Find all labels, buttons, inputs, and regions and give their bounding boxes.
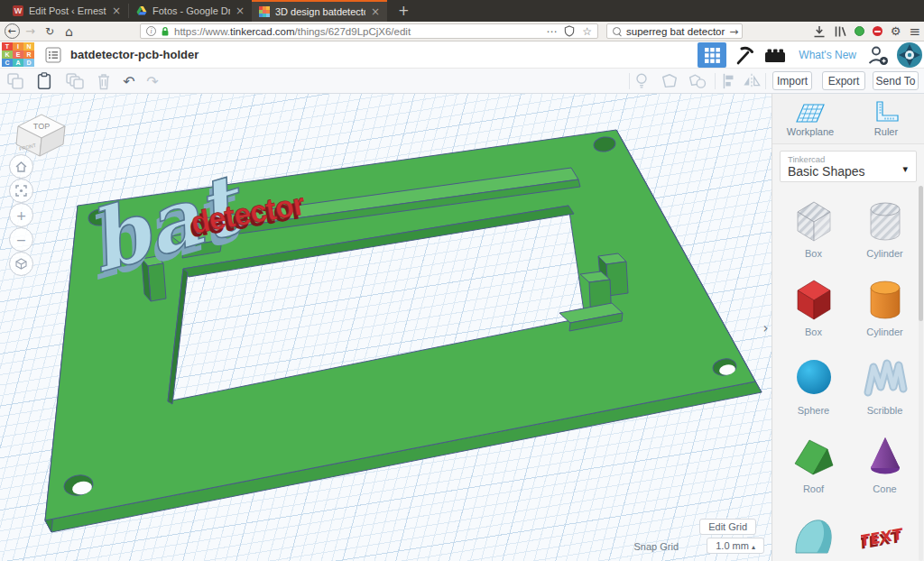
tab-edit-post[interactable]: W Edit Post ‹ Ernest Neijen × [5,0,128,22]
new-tab-button[interactable]: + [387,0,420,22]
tab-google-drive[interactable]: Fotos - Google Drive × [129,0,252,22]
shapes-panel: Workplane Ruler Tinkercad Basic Shapes ▾ [772,94,924,561]
browser-action-icons: ⚙ ≡ [813,22,920,41]
shape-sphere[interactable]: Sphere [778,347,849,426]
zoom-in-button[interactable]: + [9,203,33,227]
copy-icon[interactable] [5,72,25,90]
collection-source: Tinkercad [788,154,909,164]
avatar[interactable] [897,42,922,68]
view-cube[interactable]: TOP FRONT [5,99,69,162]
reload-button[interactable]: ↻ [45,22,54,41]
fit-view-button[interactable] [9,179,33,203]
extension-green-icon[interactable] [855,26,864,36]
snap-grid-caret-icon: ▴ [752,543,755,551]
mirror-icon[interactable] [742,72,762,90]
import-button[interactable]: Import [772,71,812,90]
paste-icon[interactable] [34,72,54,90]
starters-row: Workplane Ruler [772,94,924,144]
wordpress-favicon: W [13,5,23,16]
invite-button[interactable] [867,44,889,66]
url-text: https://www.tinkercad.com/things/627d9Lp… [174,26,541,37]
group-icon[interactable] [660,72,679,90]
search-input[interactable]: superreg bat detector [626,26,725,37]
panel-scrollbar[interactable] [919,186,923,561]
logo-cell: A [13,59,23,67]
tracking-shield-icon[interactable] [564,25,575,37]
shape-roof[interactable]: Roof [778,426,849,504]
undo-button[interactable]: ↶ [119,72,139,90]
panel-collapse-handle[interactable]: › [760,317,772,340]
back-icon: ← [5,23,20,39]
url-bar[interactable]: i https://www.tinkercad.com/things/627d9… [140,23,598,39]
add-person-icon [867,44,889,66]
shape-hole-box[interactable]: Box [778,190,849,269]
logo-cell: N [23,42,34,51]
shape-dome[interactable] [778,504,849,561]
shape-orange-cylinder[interactable]: Cylinder [849,269,920,347]
send-to-button[interactable]: Send To [873,71,919,90]
pickaxe-icon [734,44,755,66]
perspective-toggle-button[interactable] [9,252,33,276]
logo-cell: R [23,51,34,59]
shape-collection-select[interactable]: Tinkercad Basic Shapes ▾ [780,151,917,182]
panel-scrollbar-thumb[interactable] [919,186,923,321]
shape-hole-cylinder[interactable]: Cylinder [849,190,920,269]
tab-title: Fotos - Google Drive [152,5,230,16]
tab-close-icon[interactable]: × [236,5,245,17]
logo-cell: E [13,51,23,59]
brick-export-button[interactable] [763,46,787,64]
whats-new-link[interactable]: What's New [799,49,856,61]
tinkercad-logo[interactable]: T I N K E R C A D [2,42,34,67]
main-area: bat bat detector detector TOP FRONT [0,94,924,561]
search-bar[interactable]: superreg bat detector → [606,23,743,39]
shape-scribble[interactable]: Scribble [849,347,920,426]
browser-nav-bar: ← → ↻ ⌂ i https://www.tinkercad.com/thin… [0,22,924,41]
downloads-icon[interactable] [813,25,826,38]
site-info-icon[interactable]: i [146,26,156,36]
tab-close-icon[interactable]: × [371,5,380,18]
back-button[interactable]: ← [4,22,20,41]
settings-gear-icon[interactable]: ⚙ [891,24,901,38]
align-icon[interactable] [718,72,738,90]
tab-title: 3D design batdetector-p [275,6,365,17]
design-name[interactable]: batdetector-pcb-holder [70,41,199,69]
tab-close-icon[interactable]: × [112,5,121,17]
edit-grid-button[interactable]: Edit Grid [699,519,756,535]
menu-icon[interactable]: ≡ [909,23,920,40]
home-button[interactable]: ⌂ [65,22,73,41]
ruler-tool[interactable]: Ruler [848,94,924,143]
page-actions-icon[interactable]: ⋯ [546,25,557,38]
bookmark-star-icon[interactable]: ☆ [582,25,592,38]
ungroup-icon[interactable] [688,72,707,90]
forward-button[interactable]: → [25,22,35,41]
shape-red-box[interactable]: Box [778,269,849,347]
viewport-3d[interactable]: bat bat detector detector TOP FRONT [0,94,772,561]
workplane-tool[interactable]: Workplane [772,94,848,143]
delete-icon[interactable] [94,72,114,90]
edit-toolbar: ↶ ↷ Import Export Send To [0,69,924,94]
search-go-icon[interactable]: → [729,25,738,38]
zoom-out-button[interactable]: − [9,227,33,252]
google-drive-favicon [136,5,147,16]
model-pcb-holder[interactable]: bat bat detector detector [0,94,772,561]
view-cube-top-label: TOP [33,122,50,131]
snap-grid-select[interactable]: 1.0 mm ▴ [707,538,764,554]
brick-icon [763,46,787,64]
shape-label: Cone [873,483,896,494]
tab-tinkercad-active[interactable]: 3D design batdetector-p × [252,0,387,22]
export-button[interactable]: Export [822,71,865,90]
shape-text[interactable]: TEXT TEXT [849,504,920,561]
library-icon[interactable] [834,25,846,38]
minecraft-export-button[interactable] [734,44,755,66]
show-all-icon[interactable] [632,72,651,90]
toolbar-separator [765,73,766,89]
adblock-icon[interactable] [873,26,882,36]
home-view-button[interactable] [9,154,33,179]
shape-cone[interactable]: Cone [849,426,920,504]
snap-grid-label: Snap Grid [633,541,679,552]
dashboard-grid-button[interactable] [698,42,726,68]
shape-label: Cylinder [866,248,902,259]
duplicate-icon[interactable] [65,72,85,90]
redo-button[interactable]: ↷ [143,72,162,90]
design-properties-icon[interactable] [45,47,61,63]
